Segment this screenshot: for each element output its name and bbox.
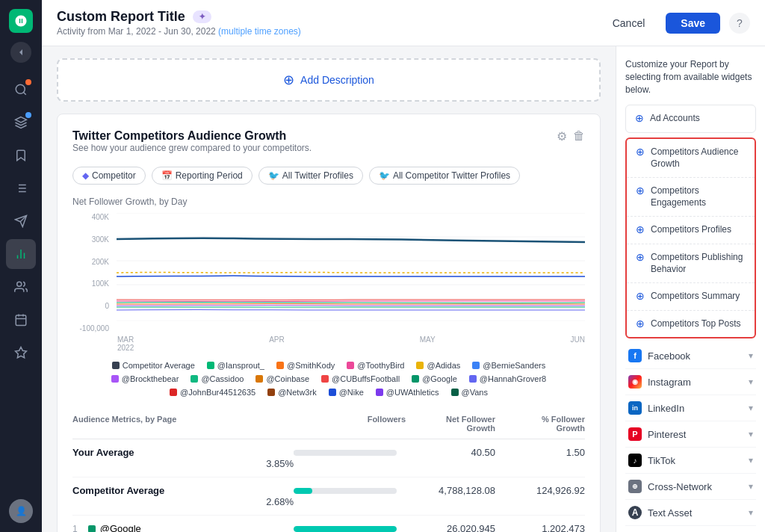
header: Custom Report Title ✦ Activity from Mar … (42, 0, 765, 46)
filter-competitor-twitter-profiles[interactable]: 🐦 All Competitor Twitter Profiles (369, 167, 520, 185)
highlighted-section: ⊕ Competitors Audience Growth ⊕ Competit… (625, 137, 756, 338)
sidebar: 👤 (0, 0, 42, 532)
text-asset-label: Text Asset (648, 507, 692, 519)
widget-item-competitors-summary[interactable]: ⊕ Competitors Summary (627, 283, 755, 311)
platform-item-cross-network[interactable]: ⊕ Cross-Network ▾ (625, 474, 756, 500)
chevron-down-icon: ▾ (749, 377, 753, 387)
add-description-icon: ⊕ (283, 72, 294, 88)
plus-icon: ⊕ (636, 185, 645, 197)
widget-item-competitors-engagements[interactable]: ⊕ Competitors Engagements (627, 178, 755, 217)
sidebar-icon-chart[interactable] (6, 239, 36, 269)
widget-item-competitors-top-posts[interactable]: ⊕ Competitors Top Posts (627, 311, 755, 338)
plus-icon: ⊕ (636, 251, 645, 263)
user-avatar[interactable]: 👤 (9, 499, 33, 523)
filter-competitor[interactable]: ◆ Competitor (72, 167, 146, 185)
legend-item: @Cassidoo (191, 374, 244, 383)
legend-item: @Brockthebear (111, 374, 179, 383)
chart-area (117, 213, 585, 332)
filter-twitter-profiles[interactable]: 🐦 All Twitter Profiles (258, 167, 363, 185)
chart-y-axis: 400K 300K 200K 100K 0 -100,000 (72, 213, 114, 332)
widget-item-competitors-audience-growth[interactable]: ⊕ Competitors Audience Growth (627, 139, 755, 178)
platform-item-text-asset[interactable]: A Text Asset ▾ (625, 500, 756, 526)
chart-legend: Competitor Average @Iansprout_ @SmithKod… (72, 361, 585, 397)
filter-reporting-period[interactable]: 📅 Reporting Period (152, 167, 253, 185)
chevron-down-icon: ▾ (749, 481, 753, 492)
chart-y-label: Net Follower Growth, by Day (72, 197, 585, 207)
chevron-down-icon: ▾ (749, 429, 753, 439)
report-badge: ✦ (193, 10, 211, 23)
sidebar-icon-layers[interactable] (6, 108, 36, 137)
platform-item-tiktok[interactable]: ♪ TikTok ▾ (625, 448, 756, 474)
plus-icon: ⊕ (636, 290, 645, 302)
sidebar-icon-search[interactable] (6, 75, 36, 105)
widget-actions: ⚙ 🗑 (557, 129, 585, 143)
legend-item: Competitor Average (112, 361, 195, 370)
table-row: Competitor Average 4,788,128.08 124,926.… (72, 477, 585, 516)
table-header: Audience Metrics, by Page Followers Net … (72, 409, 585, 439)
svg-marker-1 (16, 117, 27, 123)
add-description-button[interactable]: ⊕ Add Description (57, 58, 601, 102)
plus-icon: ⊕ (636, 223, 645, 235)
widget-card: Twitter Competitors Audience Growth See … (57, 114, 601, 532)
sidebar-icon-bookmark[interactable] (6, 140, 36, 170)
svg-rect-14 (16, 315, 26, 326)
legend-item: @Coinbase (255, 374, 309, 383)
svg-point-13 (17, 282, 22, 286)
plus-icon: ⊕ (636, 146, 645, 158)
facebook-label: Facebook (648, 350, 690, 362)
table-row: Your Average 40.50 1.50 3.85% (72, 439, 585, 477)
svg-marker-18 (16, 347, 27, 358)
platform-item-facebook[interactable]: f Facebook ▾ (625, 343, 756, 369)
text-asset-icon: A (628, 506, 642, 519)
right-panel: Customize your Report by selecting from … (616, 46, 765, 532)
header-title-block: Custom Report Title ✦ Activity from Mar … (57, 9, 301, 37)
chevron-down-icon: ▾ (749, 350, 753, 361)
tiktok-label: TikTok (648, 455, 675, 466)
sidebar-toggle[interactable] (10, 42, 31, 63)
platform-item-instagram[interactable]: ◉ Instagram ▾ (625, 369, 756, 395)
legend-item: @UWAthletics (376, 388, 439, 397)
widget-delete-icon[interactable]: 🗑 (573, 129, 585, 143)
app-logo (9, 9, 33, 33)
legend-item: @ToothyBird (347, 361, 404, 370)
legend-item: @Netw3rk (267, 388, 317, 397)
sidebar-icon-star[interactable] (6, 338, 36, 368)
widget-item-label: Ad Accounts (650, 113, 700, 125)
sidebar-icon-people[interactable] (6, 272, 36, 302)
sidebar-icon-calendar[interactable] (6, 305, 36, 335)
legend-item: @Nike (329, 388, 364, 397)
legend-item: @Vans (451, 388, 488, 397)
svg-point-0 (16, 84, 25, 93)
timezone-link[interactable]: (multiple time zones) (218, 26, 301, 37)
save-button[interactable]: Save (666, 13, 720, 34)
cross-network-label: Cross-Network (648, 481, 712, 492)
chevron-down-icon: ▾ (749, 455, 753, 466)
widget-item-competitors-profiles[interactable]: ⊕ Competitors Profiles (627, 217, 755, 244)
legend-item: @SmithKody (276, 361, 335, 370)
cancel-button[interactable]: Cancel (601, 13, 657, 34)
platform-item-linkedin[interactable]: in LinkedIn ▾ (625, 395, 756, 421)
twitter-icon-2: 🐦 (379, 170, 390, 181)
widget-title: Twitter Competitors Audience Growth (72, 129, 312, 143)
facebook-icon: f (628, 349, 642, 362)
sidebar-icon-send[interactable] (6, 206, 36, 236)
help-button[interactable]: ? (729, 13, 750, 34)
legend-item: @Iansprout_ (207, 361, 264, 370)
header-left: Custom Report Title ✦ Activity from Mar … (57, 9, 301, 37)
chart-svg (117, 213, 585, 332)
widget-subtitle: See how your audience grew compared to y… (72, 143, 312, 153)
main-area: Custom Report Title ✦ Activity from Mar … (42, 0, 765, 532)
header-right: Cancel Save ? (601, 13, 750, 34)
pinterest-label: Pinterest (648, 429, 686, 440)
plus-icon: ⊕ (636, 318, 645, 330)
widget-item-competitors-publishing[interactable]: ⊕ Competitors Publishing Behavior (627, 244, 755, 283)
widget-item-ad-accounts[interactable]: ⊕ Ad Accounts (625, 105, 756, 133)
widget-settings-icon[interactable]: ⚙ (557, 129, 567, 143)
instagram-label: Instagram (648, 377, 691, 388)
sidebar-icon-list[interactable] (6, 173, 36, 203)
platform-item-pinterest[interactable]: P Pinterest ▾ (625, 421, 756, 448)
tiktok-icon: ♪ (628, 454, 642, 467)
cross-network-icon: ⊕ (628, 480, 642, 493)
legend-item: @HannahGrover8 (469, 374, 546, 383)
filter-tags: ◆ Competitor 📅 Reporting Period 🐦 All Tw… (72, 167, 585, 185)
